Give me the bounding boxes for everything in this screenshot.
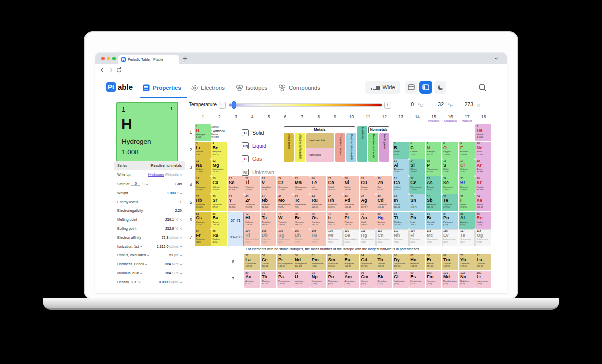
legend-alkaline-earth[interactable]: Alkaline earth metals bbox=[295, 133, 305, 162]
element-Lu[interactable]: 71LuLutetium174.97 bbox=[475, 254, 491, 271]
legend-post-transition-metals[interactable]: Post-transition metals bbox=[346, 133, 356, 162]
element-He[interactable]: 2HeHelium4.0026 bbox=[475, 124, 491, 141]
legend-noble-gases[interactable]: Noble gases bbox=[379, 133, 389, 162]
legend-lanthanoids-actinoids[interactable]: Lanthanoids Actinoids bbox=[306, 133, 334, 162]
element-Tl[interactable]: 81TlThallium204.38 bbox=[393, 212, 409, 229]
legend-metalloids[interactable]: Metalloids bbox=[357, 126, 367, 162]
element-Ni[interactable]: 28NiNickel58.693 bbox=[343, 176, 359, 194]
legend-transition-metals[interactable]: Transition metals bbox=[335, 133, 345, 162]
caret-down-icon[interactable] bbox=[146, 182, 148, 185]
tab-search-chevron-icon[interactable] bbox=[494, 57, 498, 60]
element-Y[interactable]: 39YYttrium88.906 bbox=[228, 194, 244, 211]
element-Hf[interactable]: 72HfHafnium178.49 bbox=[244, 212, 260, 229]
lanthanide-range[interactable]: 57–71 bbox=[228, 212, 243, 229]
element-Ho[interactable]: 67HoHolmium164.93 bbox=[409, 254, 425, 271]
element-Lr[interactable]: 103LrLawrencium(266) bbox=[475, 271, 491, 288]
caret-down-icon[interactable] bbox=[180, 227, 182, 229]
temperature-plus-button[interactable]: + bbox=[384, 102, 391, 109]
caret-down-icon[interactable] bbox=[139, 280, 141, 283]
fahrenheit-input[interactable]: 32 bbox=[425, 101, 445, 108]
tab-properties[interactable]: Properties bbox=[143, 79, 181, 96]
element-Li[interactable]: 3LiLithium6.94 bbox=[195, 142, 211, 159]
minimize-window-button[interactable] bbox=[107, 57, 110, 60]
element-Re[interactable]: 75ReRhenium186.21 bbox=[293, 212, 310, 229]
new-tab-icon[interactable] bbox=[183, 56, 187, 61]
element-Sm[interactable]: 62SmSamarium150.36 bbox=[327, 254, 343, 271]
element-Gd[interactable]: 64GdGadolinium157.25 bbox=[360, 254, 376, 271]
element-I[interactable]: 53IIodine126.90 bbox=[459, 194, 475, 211]
state-temperature-input[interactable]: 0 bbox=[131, 181, 140, 186]
element-Fr[interactable]: 87FrFrancium(223) bbox=[195, 229, 211, 246]
tab-isotopes[interactable]: Isotopes bbox=[236, 79, 267, 96]
element-Sg[interactable]: 106SgSeaborgium(269) bbox=[277, 229, 293, 246]
element-Tm[interactable]: 69TmThulium168.93 bbox=[442, 254, 459, 271]
element-Sb[interactable]: 51SbAntimony121.76 bbox=[426, 194, 442, 211]
element-Er[interactable]: 68ErErbium167.26 bbox=[426, 254, 442, 271]
caret-down-icon[interactable] bbox=[180, 280, 182, 283]
caret-down-icon[interactable] bbox=[180, 271, 182, 274]
element-As[interactable]: 33AsArsenic74.922 bbox=[426, 176, 442, 194]
element-Np[interactable]: 93NpNeptunium(237) bbox=[310, 271, 326, 288]
element-Ge[interactable]: 32GeGermanium72.630 bbox=[409, 176, 425, 194]
element-Fl[interactable]: 114FlFlerovium(289) bbox=[409, 229, 425, 246]
element-Fm[interactable]: 100FmFermium(257) bbox=[426, 271, 442, 288]
caret-down-icon[interactable] bbox=[180, 218, 182, 220]
element-Ga[interactable]: 31GaGallium69.723 bbox=[393, 176, 409, 194]
element-V[interactable]: 23VVanadium50.942 bbox=[261, 176, 277, 194]
temperature-slider[interactable] bbox=[229, 103, 382, 107]
write-up-link[interactable]: Hydrogen bbox=[148, 173, 164, 176]
reload-icon[interactable] bbox=[116, 67, 122, 73]
element-Nb[interactable]: 41NbNiobium92.906 bbox=[261, 194, 277, 211]
element-Rb[interactable]: 37RbRubidium85.468 bbox=[195, 194, 211, 211]
element-B[interactable]: 5BBoron10.81 bbox=[393, 142, 409, 159]
element-Tc[interactable]: 43TcTechnetium(98) bbox=[293, 194, 310, 211]
close-window-button[interactable] bbox=[101, 57, 105, 60]
element-Th[interactable]: 90ThThorium232.04 bbox=[261, 271, 277, 288]
element-Rh[interactable]: 45RhRhodium102.91 bbox=[327, 194, 343, 211]
element-Se[interactable]: 34SeSelenium78.971 bbox=[442, 176, 459, 194]
caret-down-icon[interactable] bbox=[147, 253, 149, 256]
element-Bi[interactable]: 83BiBismuth208.98 bbox=[426, 212, 442, 229]
element-Zn[interactable]: 30ZnZinc65.38 bbox=[376, 176, 392, 194]
element-C[interactable]: 6CCarbon12.011 bbox=[409, 142, 425, 159]
element-S[interactable]: 16SSulfur32.06 bbox=[442, 159, 459, 176]
browser-tab[interactable]: Pt Periodic Table - Ptable bbox=[118, 55, 179, 64]
close-tab-icon[interactable] bbox=[172, 58, 176, 61]
zoom-window-button[interactable] bbox=[112, 57, 116, 60]
dark-mode-button[interactable] bbox=[434, 81, 446, 94]
element-Dy[interactable]: 66DyDysprosium162.50 bbox=[393, 254, 409, 271]
temperature-slider-thumb[interactable] bbox=[232, 101, 236, 109]
caret-down-icon[interactable] bbox=[180, 173, 182, 175]
caret-down-icon[interactable] bbox=[180, 262, 182, 265]
caret-down-icon[interactable] bbox=[180, 253, 182, 256]
caret-down-icon[interactable] bbox=[180, 245, 182, 247]
element-H[interactable]: 1HHydrogen1.008 bbox=[195, 124, 211, 141]
search-icon[interactable] bbox=[478, 83, 487, 92]
element-U[interactable]: 92UUranium238.03 bbox=[293, 271, 310, 288]
element-Be[interactable]: 4BeBeryllium9.0122 bbox=[211, 142, 227, 159]
element-Ra[interactable]: 88RaRadium(226) bbox=[211, 229, 227, 246]
element-Am[interactable]: 95AmAmericium(243) bbox=[343, 271, 359, 288]
element-Mg[interactable]: 12MgMagnesium24.305 bbox=[211, 159, 227, 176]
element-Pa[interactable]: 91PaProtactinium231.04 bbox=[277, 271, 293, 288]
element-Sc[interactable]: 21ScScandium44.956 bbox=[228, 176, 244, 194]
element-Pb[interactable]: 82PbLead207.2 bbox=[409, 212, 425, 229]
split-view-button[interactable] bbox=[419, 81, 432, 94]
element-Te[interactable]: 52TeTellurium127.60 bbox=[442, 194, 459, 211]
element-Cd[interactable]: 48CdCadmium112.41 bbox=[376, 194, 392, 211]
element-Nh[interactable]: 113NhNihonium(286) bbox=[393, 229, 409, 246]
element-Pm[interactable]: 61PmPromethium(145) bbox=[310, 254, 326, 271]
element-Bk[interactable]: 97BkBerkelium(247) bbox=[376, 271, 392, 288]
element-Al[interactable]: 13AlAluminium26.982 bbox=[393, 159, 409, 176]
element-Ce[interactable]: 58CeCerium140.12 bbox=[261, 254, 277, 271]
element-Ne[interactable]: 10NeNeon20.180 bbox=[475, 142, 491, 159]
element-Ar[interactable]: 18ArArgon39.948 bbox=[475, 159, 491, 176]
element-Lv[interactable]: 116LvLivermorium(293) bbox=[442, 229, 459, 246]
element-Ca[interactable]: 20CaCalcium40.078 bbox=[211, 176, 227, 194]
element-Tb[interactable]: 65TbTerbium158.93 bbox=[376, 254, 392, 271]
element-Zr[interactable]: 40ZrZirconium91.224 bbox=[244, 194, 260, 211]
celsius-input[interactable]: 0 bbox=[395, 101, 415, 108]
element-Cn[interactable]: 112CnCopernicium(285) bbox=[376, 229, 392, 246]
element-Mt[interactable]: 109MtMeitnerium(278) bbox=[327, 229, 343, 246]
element-Pr[interactable]: 59PrPraseodymium140.91 bbox=[277, 254, 293, 271]
